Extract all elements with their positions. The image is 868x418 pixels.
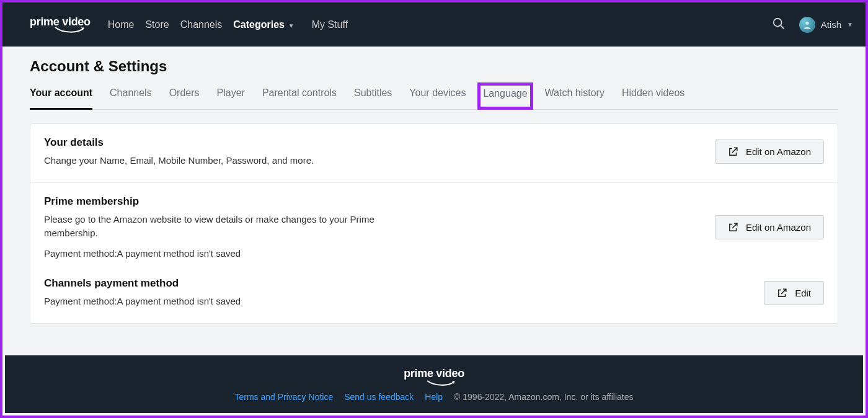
external-link-icon — [728, 146, 738, 157]
svg-line-1 — [780, 25, 784, 29]
settings-card: Your details Change your Name, Email, Mo… — [30, 123, 838, 324]
nav-home[interactable]: Home — [108, 19, 135, 30]
footer-copyright: © 1996-2022, Amazon.com, Inc. or its aff… — [454, 392, 633, 402]
footer: prime video Terms and Privacy Notice Sen… — [5, 355, 863, 413]
nav-categories[interactable]: Categories ▼ — [233, 19, 294, 30]
footer-logo-text: prime video — [404, 367, 464, 380]
main-content: Account & Settings Your account Channels… — [2, 47, 866, 324]
page-title: Account & Settings — [30, 58, 838, 75]
external-link-icon — [777, 288, 787, 298]
tab-your-account[interactable]: Your account — [30, 87, 92, 109]
edit-details-label: Edit on Amazon — [746, 146, 811, 157]
prime-membership-title: Prime membership — [44, 195, 391, 208]
svg-point-2 — [805, 21, 808, 24]
edit-channels-label: Edit — [795, 288, 811, 298]
tab-subtitles[interactable]: Subtitles — [354, 87, 392, 109]
tab-parental-controls[interactable]: Parental controls — [262, 87, 337, 109]
avatar — [799, 17, 815, 33]
section-your-details: Your details Change your Name, Email, Mo… — [30, 124, 838, 182]
nav-channels[interactable]: Channels — [180, 19, 223, 30]
edit-on-amazon-button-prime[interactable]: Edit on Amazon — [715, 215, 824, 239]
edit-channels-payment-button[interactable]: Edit — [764, 281, 824, 305]
footer-links: Terms and Privacy Notice Send us feedbac… — [234, 392, 633, 402]
settings-tabs: Your account Channels Orders Player Pare… — [30, 87, 838, 110]
tab-player[interactable]: Player — [217, 87, 245, 109]
section-prime-membership: Prime membership Please go to the Amazon… — [30, 182, 838, 323]
external-link-icon — [728, 222, 738, 233]
your-details-desc: Change your Name, Email, Mobile Number, … — [44, 154, 391, 167]
nav-links: Home Store Channels Categories ▼ My Stuf… — [108, 19, 348, 30]
footer-feedback-link[interactable]: Send us feedback — [344, 392, 414, 402]
nav-categories-label: Categories — [233, 19, 285, 30]
tab-channels[interactable]: Channels — [110, 87, 152, 109]
your-details-title: Your details — [44, 136, 391, 149]
nav-store[interactable]: Store — [145, 19, 169, 30]
user-menu[interactable]: Atish ▼ — [799, 17, 853, 33]
channels-payment-method: Payment method:A payment method isn't sa… — [44, 295, 391, 308]
top-nav: prime video Home Store Channels Categori… — [2, 2, 866, 47]
tab-your-devices[interactable]: Your devices — [409, 87, 466, 109]
chevron-down-icon: ▼ — [286, 22, 294, 29]
search-icon[interactable] — [772, 17, 786, 33]
footer-logo[interactable]: prime video — [404, 367, 464, 387]
tab-language[interactable]: Language — [477, 82, 533, 110]
tab-watch-history[interactable]: Watch history — [545, 87, 604, 109]
user-name: Atish — [821, 19, 841, 30]
tab-orders[interactable]: Orders — [169, 87, 200, 109]
chevron-down-icon: ▼ — [847, 21, 853, 28]
nav-mystuff[interactable]: My Stuff — [312, 19, 348, 30]
smile-icon — [411, 380, 457, 387]
tab-hidden-videos[interactable]: Hidden videos — [622, 87, 684, 109]
edit-prime-label: Edit on Amazon — [746, 222, 811, 233]
prime-membership-desc: Please go to the Amazon website to view … — [44, 213, 391, 240]
nav-right: Atish ▼ — [772, 17, 853, 33]
edit-on-amazon-button-details[interactable]: Edit on Amazon — [715, 140, 824, 164]
channels-payment-title: Channels payment method — [44, 277, 391, 290]
prime-payment-method: Payment method:A payment method isn't sa… — [44, 248, 391, 259]
prime-video-logo[interactable]: prime video — [30, 16, 91, 34]
footer-terms-link[interactable]: Terms and Privacy Notice — [234, 392, 333, 402]
footer-help-link[interactable]: Help — [425, 392, 443, 402]
svg-point-0 — [773, 18, 781, 26]
smile-icon — [34, 27, 86, 34]
